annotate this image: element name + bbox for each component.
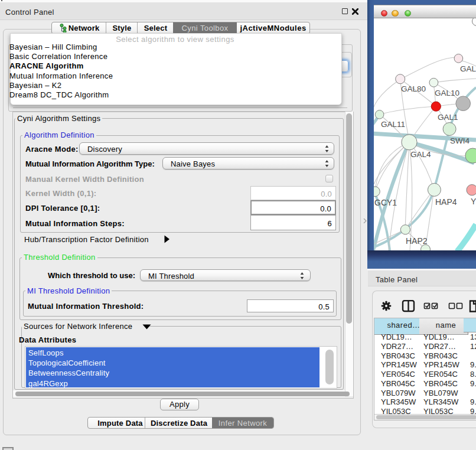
svg-text:GAL1: GAL1 [438, 113, 458, 122]
svg-text:HAP4: HAP4 [435, 197, 457, 207]
svg-text:SWI4: SWI4 [450, 136, 470, 145]
svg-text:HAP2: HAP2 [406, 236, 428, 246]
svg-text:GAL11: GAL11 [381, 120, 405, 129]
svg-text:GAL7: GAL7 [460, 64, 476, 73]
svg-text:GAL10: GAL10 [435, 89, 459, 97]
svg-text:GAL4: GAL4 [410, 150, 431, 159]
svg-text:Y: Y [471, 197, 476, 206]
svg-text:GCY1: GCY1 [374, 198, 397, 207]
svg-text:GAL80: GAL80 [401, 84, 426, 93]
